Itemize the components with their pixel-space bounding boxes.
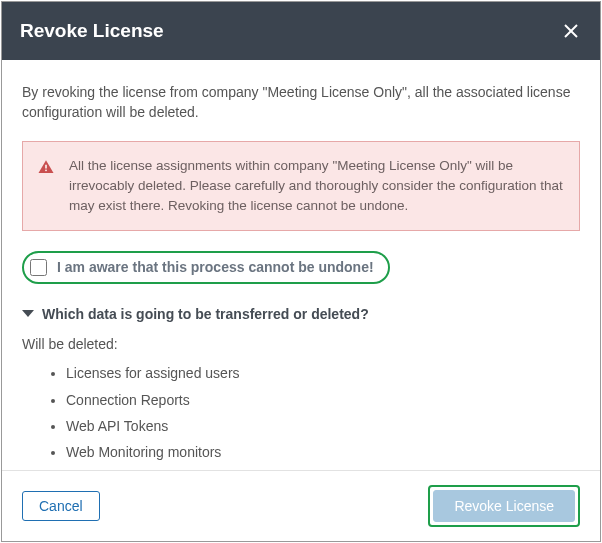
revoke-license-button[interactable]: Revoke License [433, 490, 575, 522]
close-icon[interactable] [560, 20, 582, 42]
revoke-highlight: Revoke License [428, 485, 580, 527]
warning-alert: All the license assignments within compa… [22, 141, 580, 232]
revoke-license-dialog: Revoke License By revoking the license f… [1, 1, 601, 542]
chevron-down-icon [22, 310, 34, 317]
confirm-checkbox-row[interactable]: I am aware that this process cannot be u… [22, 251, 390, 283]
delete-heading: Will be deleted: [22, 334, 580, 354]
warning-alert-text: All the license assignments within compa… [69, 158, 563, 214]
list-item: Connection Reports [66, 387, 580, 413]
confirm-checkbox[interactable] [30, 259, 47, 276]
warning-triangle-icon [37, 158, 55, 176]
dialog-titlebar: Revoke License [2, 2, 600, 60]
delete-list: Licenses for assigned users Connection R… [22, 360, 580, 470]
list-item: Licenses for assigned users [66, 360, 580, 386]
dialog-footer: Cancel Revoke License [2, 470, 600, 541]
dialog-body: By revoking the license from company "Me… [2, 60, 600, 470]
disclosure-toggle[interactable]: Which data is going to be transferred or… [22, 304, 580, 324]
intro-text: By revoking the license from company "Me… [22, 82, 580, 123]
list-item: Web Monitoring monitors [66, 439, 580, 465]
confirm-checkbox-label[interactable]: I am aware that this process cannot be u… [57, 257, 374, 277]
svg-rect-2 [45, 164, 47, 168]
svg-rect-3 [45, 169, 47, 171]
cancel-button[interactable]: Cancel [22, 491, 100, 521]
dialog-title: Revoke License [20, 20, 164, 42]
list-item: Web API Tokens [66, 413, 580, 439]
disclosure-label: Which data is going to be transferred or… [42, 304, 369, 324]
